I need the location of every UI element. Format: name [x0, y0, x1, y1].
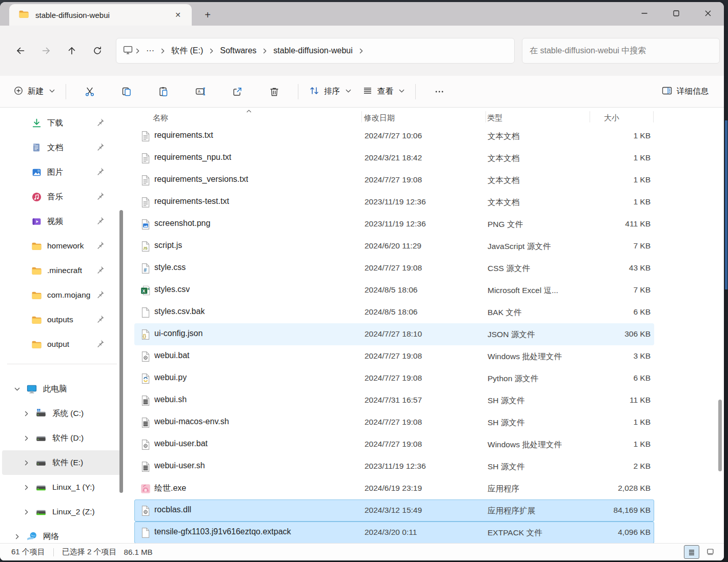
status-bar: 61 个项目 已选择 2 个项目 86.1 MB	[0, 543, 724, 560]
file-row[interactable]: # style.css 2024/7/27 19:08 CSS 源文件 43 K…	[134, 257, 654, 279]
address-bar[interactable]: ···软件 (E:)Softwaresstable-diffusion-webu…	[116, 38, 515, 64]
details-pane-button[interactable]: 详细信息	[656, 81, 714, 102]
file-row[interactable]: requirements_versions.txt 2024/7/27 19:0…	[134, 169, 654, 191]
tree-item-软件 (E:)[interactable]: 软件 (E:)	[2, 450, 122, 475]
details-view-toggle[interactable]	[684, 545, 699, 559]
file-name: style.css	[154, 263, 186, 272]
file-row[interactable]: Xa styles.csv 2024/8/5 18:06 Microsoft E…	[134, 279, 654, 301]
column-header-size[interactable]: 大小	[604, 113, 619, 123]
tree-item-Linux_1 (Y:)[interactable]: Linux_1 (Y:)	[2, 475, 122, 499]
chevron-down-icon	[398, 87, 405, 96]
pin-icon	[96, 216, 105, 227]
chevron-right-icon[interactable]	[21, 509, 32, 515]
file-row[interactable]: rocblas.dll 2024/3/12 15:49 应用程序扩展 84,16…	[134, 499, 654, 522]
file-name: tensile-gfx1103.j91v616eztqo.extpack	[154, 527, 291, 536]
column-header-type[interactable]: 类型	[487, 113, 502, 123]
cut-button[interactable]	[77, 81, 102, 102]
close-button[interactable]	[692, 2, 724, 25]
sidebar-item-homework[interactable]: homework	[2, 234, 122, 258]
breadcrumb-item[interactable]: stable-diffusion-webui	[269, 44, 356, 57]
sidebar-item-下载[interactable]: 下载	[2, 111, 122, 135]
breadcrumb-item[interactable]: Softwares	[216, 44, 260, 57]
file-row[interactable]: webui-user.sh 2023/11/19 12:36 SH 源文件 2 …	[134, 455, 654, 477]
view-button[interactable]: 查看	[357, 81, 410, 102]
share-button[interactable]	[225, 81, 250, 102]
chevron-right-icon[interactable]	[21, 410, 32, 417]
sidebar-item-文档[interactable]: 文档	[2, 135, 122, 160]
forward-button[interactable]	[35, 40, 57, 61]
sidebar-item-音乐[interactable]: 音乐	[2, 184, 122, 209]
new-button[interactable]: 新建	[8, 81, 60, 102]
tree-item-软件 (D:)[interactable]: 软件 (D:)	[2, 426, 122, 450]
column-header-name[interactable]: 名称	[153, 113, 168, 123]
refresh-button[interactable]	[86, 40, 109, 61]
more-options-button[interactable]	[427, 81, 452, 102]
search-box[interactable]: 在 stable-diffusion-webui 中搜索	[522, 38, 720, 64]
file-name: screenshot.png	[154, 219, 210, 228]
delete-button[interactable]	[262, 81, 287, 102]
column-divider[interactable]	[653, 111, 654, 122]
column-header-date[interactable]: 修改日期	[364, 113, 395, 123]
file-list-scrollbar[interactable]	[718, 400, 722, 471]
tree-item-系统 (C:)[interactable]: 系统 (C:)	[2, 401, 122, 426]
maximize-button[interactable]	[660, 2, 692, 25]
explorer-tab[interactable]: stable-diffusion-webui ✕	[9, 4, 192, 26]
music-icon	[31, 191, 42, 202]
file-row[interactable]: requirements.txt 2024/7/27 10:06 文本文档 1 …	[134, 125, 654, 147]
chevron-down-icon	[345, 87, 352, 96]
column-divider[interactable]	[361, 111, 362, 122]
sidebar-item-com.mojang[interactable]: com.mojang	[2, 283, 122, 307]
file-row[interactable]: screenshot.png 2023/11/19 12:36 PNG 文件 4…	[134, 213, 654, 235]
up-button[interactable]	[60, 40, 83, 61]
breadcrumb-item[interactable]: 软件 (E:)	[167, 44, 207, 58]
file-row[interactable]: webui-user.bat 2024/7/27 19:08 Windows 批…	[134, 433, 654, 455]
breadcrumb-item[interactable]: ···	[142, 44, 158, 57]
file-size: 4,096 KB	[618, 528, 651, 537]
chevron-right-icon[interactable]	[21, 484, 32, 491]
file-row[interactable]: requirements-test.txt 2023/11/19 12:36 文…	[134, 191, 654, 213]
rename-button[interactable]: A	[188, 81, 213, 102]
file-row[interactable]: {} ui-config.json 2024/7/27 18:10 JSON 源…	[134, 323, 654, 345]
sidebar-scrollbar[interactable]	[119, 210, 123, 493]
folder-icon	[18, 9, 29, 22]
column-divider[interactable]	[486, 111, 486, 122]
file-row[interactable]: tensile-gfx1103.j91v616eztqo.extpack 202…	[134, 522, 654, 543]
sidebar-item-视频[interactable]: 视频	[2, 209, 122, 234]
tree-item-label: 此电脑	[43, 384, 67, 394]
svg-text:a: a	[148, 287, 150, 290]
file-date-modified: 2023/11/19 12:36	[365, 219, 426, 228]
sidebar-item-output[interactable]: output	[2, 332, 122, 357]
sidebar-item-.minecraft[interactable]: .minecraft	[2, 258, 122, 283]
tree-item-网络[interactable]: 网络	[2, 524, 122, 543]
sidebar-item-outputs[interactable]: outputs	[2, 307, 122, 332]
file-name: script.js	[154, 241, 182, 250]
copy-button[interactable]	[114, 81, 139, 102]
pin-icon	[96, 167, 105, 178]
file-row[interactable]: webui-macos-env.sh 2024/7/27 19:08 SH 源文…	[134, 411, 654, 433]
sort-button[interactable]: 排序	[304, 81, 357, 102]
chevron-down-icon[interactable]	[11, 386, 23, 392]
back-button[interactable]	[9, 40, 32, 61]
tree-item-此电脑[interactable]: 此电脑	[2, 377, 122, 401]
tab-close-icon[interactable]: ✕	[171, 8, 185, 22]
column-divider[interactable]	[590, 111, 590, 122]
file-size: 2,028 KB	[618, 484, 651, 493]
file-row[interactable]: webui.py 2024/7/27 19:08 Python 源文件 6 KB	[134, 367, 654, 389]
file-row[interactable]: webui.sh 2024/7/31 16:57 SH 源文件 11 KB	[134, 389, 654, 411]
file-row[interactable]: JS script.js 2024/6/20 11:29 JavaScript …	[134, 235, 654, 257]
new-tab-button[interactable]: +	[199, 7, 216, 23]
paste-button[interactable]	[151, 81, 176, 102]
file-row[interactable]: 绘世.exe 2024/6/19 23:19 应用程序 2,028 KB	[134, 477, 654, 499]
chevron-right-icon[interactable]	[11, 533, 23, 540]
tree-item-Linux_2 (Z:)[interactable]: Linux_2 (Z:)	[2, 499, 122, 524]
chevron-right-icon[interactable]	[21, 460, 32, 466]
file-row[interactable]: requirements_npu.txt 2024/3/21 18:42 文本文…	[134, 147, 654, 169]
sidebar-item-label: com.mojang	[47, 290, 90, 300]
sidebar-item-图片[interactable]: 图片	[2, 160, 122, 184]
chevron-right-icon[interactable]	[21, 435, 32, 442]
large-icons-view-toggle[interactable]	[702, 545, 718, 559]
pin-icon	[96, 118, 105, 129]
minimize-button[interactable]	[629, 2, 660, 25]
file-row[interactable]: styles.csv.bak 2024/8/5 18:06 BAK 文件 6 K…	[134, 301, 654, 323]
file-row[interactable]: webui.bat 2024/7/27 19:08 Windows 批处理文件 …	[134, 345, 654, 367]
